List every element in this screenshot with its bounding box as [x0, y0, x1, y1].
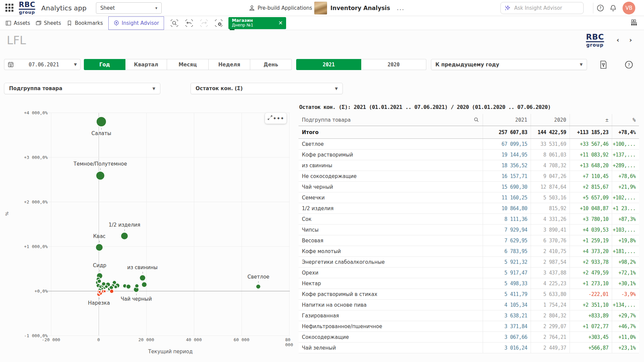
undo-selection-button[interactable] — [184, 18, 194, 28]
period-button-Неделя[interactable]: Неделя — [209, 59, 250, 70]
label-leader-line — [101, 128, 102, 130]
redo-selection-button[interactable] — [199, 18, 209, 28]
expand-chart-button[interactable] — [267, 115, 273, 122]
data-point[interactable] — [126, 284, 131, 289]
sheet-selector[interactable]: Sheet ▾ — [96, 2, 162, 14]
column-header-name[interactable]: Подгруппа товара — [299, 114, 483, 126]
data-point[interactable] — [98, 290, 101, 294]
table-cell: +21,9% — [612, 182, 639, 192]
sheet-help-button[interactable]: ? — [625, 60, 633, 70]
data-point-Светлое[interactable] — [256, 284, 261, 289]
dimension-dropdown-value: Подгруппа товара — [9, 85, 62, 92]
data-point[interactable] — [141, 282, 147, 288]
table-cell: 4 331,26 — [531, 214, 570, 224]
date-picker[interactable]: 07.06.2021 ▼ — [4, 59, 80, 70]
top-bar: RBC group Analytics app Sheet ▾ Pre-buil… — [0, 0, 644, 16]
table-title: Остаток кон. (Σ): 2021 (01.01.2021 .. 07… — [299, 104, 639, 110]
chevron-down-icon: ▼ — [580, 62, 583, 67]
table-cell: Кофе растворимый в стиках — [299, 289, 483, 299]
column-header-2021[interactable]: 2021 — [483, 114, 531, 126]
table-row[interactable]: Чипсы7 929,943 890,41+4 039,53+103,... — [299, 225, 639, 235]
measure-dropdown[interactable]: Остаток кон. (Σ) ▼ — [191, 83, 343, 94]
total-2021: 257 607,83 — [483, 126, 531, 138]
table-row[interactable]: Кофе растворимый в стиках5 411,795 633,8… — [299, 289, 639, 300]
table-cell: 2 449,37 — [531, 343, 570, 353]
help-icon: ? — [625, 60, 633, 69]
smart-search-button[interactable] — [169, 18, 179, 28]
data-point[interactable] — [109, 289, 114, 294]
table-row[interactable]: из свинины18 356,524 708,32+13 648,20+28… — [299, 160, 639, 171]
table-cell: +11,0% — [612, 332, 639, 342]
selection-chip-close-icon[interactable]: ✕ — [278, 20, 283, 26]
next-sheet-button[interactable]: › — [629, 36, 632, 44]
ask-insight-advisor-input[interactable]: Ask Insight Advisor — [500, 2, 584, 14]
tab-sheets[interactable]: Sheets — [36, 16, 61, 30]
table-row[interactable]: Не сокосодержащие16 157,719 047,26+7 110… — [299, 171, 639, 182]
period-button-Квартал[interactable]: Квартал — [125, 59, 167, 70]
table-row[interactable]: Светлое67 099,1533 531,69+33 567,46+100,… — [299, 139, 639, 149]
table-cell: 5 498,33 — [483, 278, 531, 289]
app-launcher-icon[interactable] — [5, 4, 14, 12]
scatter-chart[interactable]: % Текущий период ••• -20 000020 00040 00… — [4, 101, 292, 359]
data-point[interactable] — [101, 282, 106, 286]
current-app[interactable]: Inventory Analysis ... — [314, 2, 405, 14]
tab-bookmarks[interactable]: Bookmarks — [66, 16, 103, 30]
data-point[interactable] — [103, 290, 106, 293]
selection-chip-store[interactable]: Магазин Днепр №1 ✕ — [228, 17, 286, 29]
prev-sheet-button[interactable]: ‹ — [616, 36, 619, 44]
table-cell: 2 299,07 — [531, 321, 570, 331]
column-header-pct[interactable]: % — [612, 114, 639, 126]
help-button[interactable]: ? — [596, 4, 605, 12]
tab-assets[interactable]: Assets — [5, 16, 30, 30]
year-button-2021[interactable]: 2021 — [296, 59, 361, 70]
table-row[interactable]: Напитки на основе пива4 105,341 754,24+2… — [299, 300, 639, 310]
table-row[interactable]: Орехи5 917,473 437,88+2 479,59+72,1% — [299, 267, 639, 278]
table-row[interactable]: Нектар5 498,334 225,23+1 273,10+30,1% — [299, 278, 639, 289]
table-cell: 3 437,88 — [531, 267, 570, 278]
prebuild-applications-link[interactable]: Pre-build Applications — [249, 5, 312, 11]
data-point[interactable] — [97, 279, 102, 284]
dimension-dropdown[interactable]: Подгруппа товара ▼ — [4, 83, 160, 94]
logo-subtext: group — [586, 43, 604, 47]
table-row[interactable]: Газированная3 638,212 804,32+833,89+29,7… — [299, 310, 639, 321]
table-cell: Чипсы — [299, 225, 483, 235]
data-point-Темное/Полутемное[interactable] — [96, 171, 105, 180]
data-point-label: Чай черный — [121, 296, 152, 302]
x-axis-tick-label: 60 000 — [234, 337, 250, 342]
table-cell: +46,7% — [612, 321, 639, 331]
table-row[interactable]: Чай зеленый3 016,242 449,37+566,87+23,1% — [299, 343, 639, 353]
data-point-из свинины[interactable] — [139, 275, 146, 281]
data-point[interactable] — [135, 284, 139, 288]
table-row[interactable]: Энергетики слабоалкогольные5 921,322 987… — [299, 257, 639, 267]
table-row[interactable]: Сокосодержащие3 067,662 764,21+303,45+11… — [299, 332, 639, 343]
table-row[interactable]: Весовая7 629,956 370,76+1 259,19+19,8% — [299, 235, 639, 246]
column-header-2020[interactable]: 2020 — [531, 114, 570, 126]
table-row[interactable]: Кофе молотый6 783,952 410,75+4 373,20+18… — [299, 246, 639, 257]
year-button-2020[interactable]: 2020 — [361, 59, 426, 70]
sheet-grid-button[interactable] — [630, 18, 638, 28]
comparison-dropdown[interactable]: К предыдущему году ▼ — [431, 59, 587, 70]
more-options-button[interactable]: ... — [397, 4, 405, 11]
table-row[interactable]: Сок8 111,364 331,26+3 780,10+87,3% — [299, 214, 639, 225]
table-row[interactable]: 1/2 изделия10 864,80815,92+10 048,87+1 2… — [299, 203, 639, 214]
data-point[interactable] — [114, 285, 118, 289]
chart-more-options-button[interactable]: ••• — [273, 115, 284, 122]
user-avatar[interactable]: VB — [623, 2, 635, 14]
data-point-Салаты[interactable] — [96, 116, 107, 127]
period-button-Месяц[interactable]: Месяц — [167, 59, 209, 70]
table-row[interactable]: Кофе растворимый19 144,958 061,03+11 083… — [299, 149, 639, 160]
notifications-button[interactable] — [609, 4, 618, 12]
table-total-row: Итого 257 607,83 144 422,59 +113 185,23 … — [299, 126, 639, 139]
clear-selections-button[interactable] — [214, 18, 224, 28]
table-row[interactable]: Нефильтрованное/пшеничное3 371,842 299,0… — [299, 321, 639, 332]
column-header-delta[interactable]: ± — [570, 114, 612, 126]
period-button-Год[interactable]: Год — [84, 59, 125, 70]
tab-insight-advisor[interactable]: Insight Advisor — [108, 16, 164, 30]
table-row[interactable]: Чай черный15 690,3012 874,64+2 815,67+21… — [299, 182, 639, 192]
table-row[interactable]: Семечки11 160,255 503,16+5 657,09+102,..… — [299, 192, 639, 203]
data-point-Квас[interactable] — [95, 243, 103, 251]
search-icon[interactable] — [474, 117, 479, 123]
period-button-День[interactable]: День — [250, 59, 292, 70]
selections-tool-button[interactable] — [599, 60, 608, 71]
data-point-1/2 изделия[interactable] — [120, 232, 128, 240]
